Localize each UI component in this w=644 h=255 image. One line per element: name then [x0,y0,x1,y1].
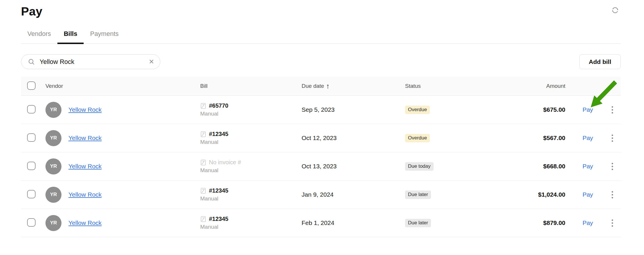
kebab-menu-icon[interactable] [610,189,615,200]
avatar-initials: YR [50,107,57,113]
bill-source: Manual [200,224,302,230]
invoice-icon [200,159,207,166]
kebab-menu-icon[interactable] [610,218,615,228]
search-box[interactable]: ✕ [21,54,160,69]
pay-link[interactable]: Pay [583,106,593,113]
kebab-menu-icon[interactable] [610,133,615,144]
row-checkbox[interactable] [27,218,36,227]
bill-number: #65770 [209,102,228,109]
due-date: Feb 1, 2024 [302,219,405,226]
pay-link[interactable]: Pay [583,219,593,226]
bill-source: Manual [200,111,302,117]
toolbar: ✕ Add bill [21,54,621,69]
vendor-link[interactable]: Yellow Rock [68,219,102,226]
add-bill-button[interactable]: Add bill [579,54,621,69]
pay-link[interactable]: Pay [583,191,593,198]
page-title: Pay [21,5,43,18]
avatar: YR [45,130,61,146]
status-badge: Overdue [405,106,430,114]
due-date: Oct 13, 2023 [302,163,405,170]
status-badge: Overdue [405,134,430,142]
vendor-link[interactable]: Yellow Rock [68,191,102,198]
avatar: YR [45,102,61,118]
search-input[interactable] [40,58,148,66]
avatar: YR [45,215,61,231]
avatar-initials: YR [50,163,57,169]
due-date: Oct 12, 2023 [302,135,405,142]
bill-number: #12345 [209,216,228,222]
invoice-icon [200,188,207,194]
table-row: YR Yellow Rock #65770 Manual Sep 5, 2023… [21,96,621,124]
table-header-row: Vendor Bill Due date ↑ Status Amount [21,77,621,96]
avatar-initials: YR [50,220,57,226]
bill-source: Manual [200,167,302,174]
bill-source: Manual [200,195,302,202]
amount: $1,024.00 [492,191,572,198]
tab-bar: Vendors Bills Payments [21,26,621,44]
column-header-vendor: Vendor [45,83,200,89]
avatar-initials: YR [50,192,57,198]
table-row: YR Yellow Rock #12345 Manual Oct 12, 202… [21,124,621,152]
row-checkbox[interactable] [27,105,36,113]
page-header: Pay [21,0,621,18]
due-date: Sep 5, 2023 [302,106,405,113]
tab-bills[interactable]: Bills [57,26,84,43]
avatar-initials: YR [50,135,57,141]
kebab-menu-icon[interactable] [610,104,615,115]
column-header-bill: Bill [200,83,302,89]
page-container: Pay Vendors Bills Payments ✕ Add bill [21,0,621,237]
invoice-icon [200,216,207,222]
select-all-checkbox[interactable] [27,81,36,90]
bill-number: #12345 [209,187,228,194]
due-date: Jan 9, 2024 [302,191,405,198]
amount: $567.00 [492,135,572,142]
pay-link[interactable]: Pay [583,163,593,170]
avatar: YR [45,158,61,174]
amount: $879.00 [492,219,572,226]
vendor-link[interactable]: Yellow Rock [68,163,102,170]
bills-table: Vendor Bill Due date ↑ Status Amount YR … [21,77,621,237]
column-header-amount: Amount [492,83,572,89]
row-checkbox[interactable] [27,162,36,170]
search-icon [28,58,35,66]
tab-payments[interactable]: Payments [84,26,125,43]
amount: $675.00 [492,106,572,113]
pay-link[interactable]: Pay [583,135,593,141]
row-checkbox[interactable] [27,133,36,142]
column-header-status: Status [405,83,492,89]
status-badge: Due later [405,191,431,199]
avatar: YR [45,187,61,203]
column-header-due-date[interactable]: Due date ↑ [302,83,405,90]
bill-source: Manual [200,139,302,145]
bill-number: No invoice # [209,159,241,166]
row-checkbox[interactable] [27,190,36,198]
tab-vendors[interactable]: Vendors [21,26,57,43]
kebab-menu-icon[interactable] [610,161,615,172]
vendor-link[interactable]: Yellow Rock [68,106,102,113]
invoice-icon [200,131,207,137]
table-row: YR Yellow Rock #12345 Manual Jan 9, 2024… [21,181,621,209]
status-badge: Due today [405,162,434,171]
amount: $668.00 [492,163,572,170]
refresh-icon[interactable] [611,6,620,15]
bill-number: #12345 [209,131,228,137]
table-row: YR Yellow Rock No invoice # Manual Oct 1… [21,152,621,181]
table-row: YR Yellow Rock #12345 Manual Feb 1, 2024… [21,209,621,237]
vendor-link[interactable]: Yellow Rock [68,135,102,142]
sort-ascending-icon[interactable]: ↑ [326,83,330,90]
bills-table-body: YR Yellow Rock #65770 Manual Sep 5, 2023… [21,96,621,237]
invoice-icon [200,103,207,109]
clear-search-icon[interactable]: ✕ [148,58,155,66]
status-badge: Due later [405,219,431,227]
